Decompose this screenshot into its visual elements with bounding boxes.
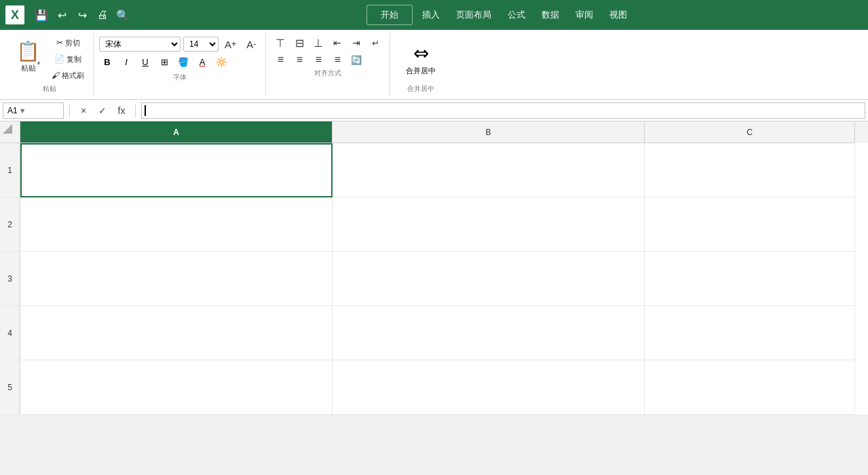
select-all-icon xyxy=(3,124,12,134)
copy-label: 复制 xyxy=(67,54,81,64)
quick-access-toolbar: 💾 ↩ ↪ 🖨 🔍 xyxy=(33,6,132,24)
cell-b2[interactable] xyxy=(333,197,645,252)
align-top-button[interactable]: ⊤ xyxy=(271,35,289,50)
column-headers: A B C xyxy=(0,121,868,143)
paste-dropdown-arrow: ▼ xyxy=(36,60,41,66)
print-button[interactable]: 🖨 xyxy=(94,6,111,24)
formula-bar-separator xyxy=(69,104,70,117)
title-bar: X 💾 ↩ ↪ 🖨 🔍 开始 插入 页面布局 公式 数据 审阅 视图 xyxy=(0,0,868,30)
cell-c5[interactable] xyxy=(645,360,855,415)
col-header-c[interactable]: C xyxy=(645,121,855,143)
formula-bar: A1 ▼ × ✓ fx xyxy=(0,100,868,121)
merge-center-icon: ⇔ xyxy=(413,42,429,64)
align-bottom-button[interactable]: ⊥ xyxy=(309,35,327,50)
merge-group-label: 合并居中 xyxy=(407,84,434,94)
cell-ref-arrow[interactable]: ▼ xyxy=(19,107,26,115)
font-name-row: 宋体 14 A+ A- xyxy=(99,37,260,52)
zoom-button[interactable]: 🔍 xyxy=(114,6,132,24)
merge-group: ⇔ 合并居中 合并居中 xyxy=(390,33,451,96)
paste-button[interactable]: 📋 粘贴 ▼ xyxy=(11,35,45,77)
cell-b4[interactable] xyxy=(333,306,645,360)
cell-a2[interactable] xyxy=(20,197,333,252)
wrap-text-button[interactable]: ↵ xyxy=(366,35,384,50)
row-col-corner[interactable] xyxy=(0,121,20,143)
cell-c2[interactable] xyxy=(645,197,855,252)
table-row: 3 xyxy=(0,252,868,306)
highlight-button[interactable]: 🔆 xyxy=(213,54,229,70)
cell-a4[interactable] xyxy=(20,306,333,360)
row-header-1[interactable]: 1 xyxy=(0,143,20,197)
cursor xyxy=(145,105,146,116)
cell-c3[interactable] xyxy=(645,252,855,306)
font-controls: 宋体 14 A+ A- B I U ⊞ 🪣 A 🔆 xyxy=(99,35,260,71)
cell-a3[interactable] xyxy=(20,252,333,306)
cancel-icon: × xyxy=(81,105,86,116)
save-button[interactable]: 💾 xyxy=(33,6,50,24)
align-center-button[interactable]: ≡ xyxy=(290,52,308,67)
font-grow-button[interactable]: A+ xyxy=(221,37,240,52)
fill-button[interactable]: 🪣 xyxy=(175,54,191,70)
row-header-3[interactable]: 3 xyxy=(0,252,20,306)
bold-button[interactable]: B xyxy=(99,54,115,70)
row-header-4[interactable]: 4 xyxy=(0,306,20,360)
cell-b3[interactable] xyxy=(333,252,645,306)
align-right-button[interactable]: ≡ xyxy=(309,52,327,67)
fx-icon: fx xyxy=(118,105,126,116)
italic-button[interactable]: I xyxy=(118,54,134,70)
clipboard-group-content: 📋 粘贴 ▼ ✂ 剪切 📄 复制 🖌 格式刷 xyxy=(11,35,88,83)
formula-tab-btn[interactable]: 公式 xyxy=(501,6,532,24)
font-group-label: 字体 xyxy=(173,73,187,82)
font-name-select[interactable]: 宋体 xyxy=(99,37,181,52)
align-row-2: ≡ ≡ ≡ ≡ 🔄 xyxy=(271,52,384,67)
cell-a5[interactable] xyxy=(20,360,333,415)
cell-c1[interactable] xyxy=(645,143,855,197)
alignment-group-label: 对齐方式 xyxy=(314,69,341,78)
indent-dec-button[interactable]: ⇤ xyxy=(328,35,346,50)
merge-group-content: ⇔ 合并居中 xyxy=(402,35,440,83)
spreadsheet: A B C 1 2 3 4 xyxy=(0,121,868,415)
col-header-b[interactable]: B xyxy=(333,121,645,143)
row-header-2[interactable]: 2 xyxy=(0,197,20,252)
cut-button[interactable]: ✂ 剪切 xyxy=(48,35,88,50)
clipboard-small-btns: ✂ 剪切 📄 复制 🖌 格式刷 xyxy=(48,35,88,83)
start-tab-btn[interactable]: 开始 xyxy=(366,5,413,25)
row-header-5[interactable]: 5 xyxy=(0,360,20,415)
underline-button[interactable]: U xyxy=(137,54,153,70)
view-tab-btn[interactable]: 视图 xyxy=(603,6,634,24)
cell-c4[interactable] xyxy=(645,306,855,360)
cell-b5[interactable] xyxy=(333,360,645,415)
redo-button[interactable]: ↪ xyxy=(73,6,91,24)
formula-input[interactable] xyxy=(141,102,865,119)
insert-tab-btn[interactable]: 插入 xyxy=(415,6,447,24)
confirm-icon: ✓ xyxy=(98,105,107,116)
format-brush-icon: 🖌 xyxy=(52,71,60,80)
align-middle-button[interactable]: ⊟ xyxy=(290,35,308,50)
align-left-button[interactable]: ≡ xyxy=(271,52,289,67)
pagelayout-tab-btn[interactable]: 页面布局 xyxy=(449,6,498,24)
table-row: 2 xyxy=(0,197,868,252)
border-button[interactable]: ⊞ xyxy=(156,54,172,70)
font-size-select[interactable]: 14 xyxy=(183,37,219,52)
cancel-formula-button[interactable]: × xyxy=(75,102,92,119)
orientation-button[interactable]: 🔄 xyxy=(347,52,365,67)
cut-label: 剪切 xyxy=(65,38,80,48)
format-brush-button[interactable]: 🖌 格式刷 xyxy=(48,68,88,83)
clipboard-group: 📋 粘贴 ▼ ✂ 剪切 📄 复制 🖌 格式刷 xyxy=(5,33,94,96)
copy-icon: 📄 xyxy=(54,54,64,64)
cell-a1[interactable] xyxy=(20,143,333,197)
insert-function-button[interactable]: fx xyxy=(113,102,130,119)
font-shrink-button[interactable]: A- xyxy=(242,37,260,52)
data-tab-btn[interactable]: 数据 xyxy=(535,6,566,24)
justify-button[interactable]: ≡ xyxy=(328,52,346,67)
cell-b1[interactable] xyxy=(333,143,645,197)
confirm-formula-button[interactable]: ✓ xyxy=(94,102,111,119)
undo-button[interactable]: ↩ xyxy=(53,6,71,24)
copy-button[interactable]: 📄 复制 xyxy=(48,52,88,66)
indent-inc-button[interactable]: ⇥ xyxy=(347,35,365,50)
cell-ref-value: A1 xyxy=(7,106,18,115)
font-color-button[interactable]: A xyxy=(194,54,210,70)
review-tab-btn[interactable]: 审阅 xyxy=(569,6,600,24)
col-header-a[interactable]: A xyxy=(20,121,333,143)
merge-center-button[interactable]: ⇔ 合并居中 xyxy=(402,38,440,80)
table-row: 1 xyxy=(0,143,868,197)
